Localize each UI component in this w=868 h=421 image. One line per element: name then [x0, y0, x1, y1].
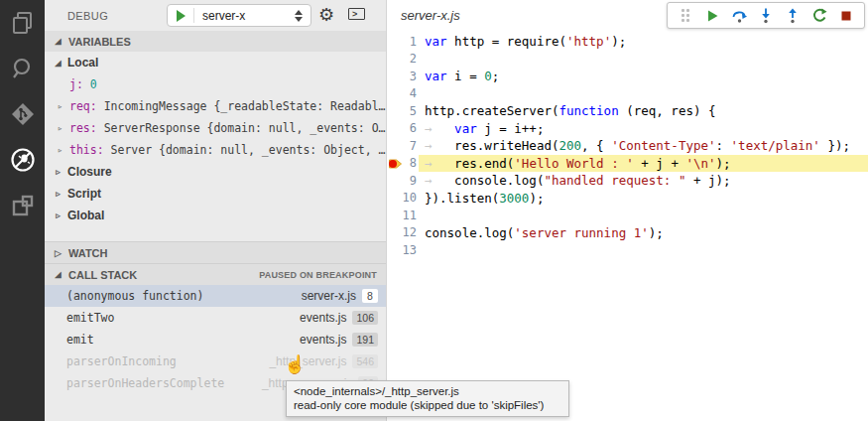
step-into-button[interactable] — [757, 7, 775, 25]
line-number: 5 — [387, 104, 417, 118]
line-number: 4 — [387, 86, 417, 100]
variables-section-header[interactable]: ◢ VARIABLES — [45, 31, 386, 52]
gutter[interactable]: 6 — [387, 120, 419, 138]
code-line[interactable]: 11 — [387, 207, 868, 224]
code-line[interactable]: 10}).listen(3000); — [387, 190, 868, 208]
code-line[interactable]: 1var http = require('http'); — [387, 33, 868, 51]
toolbar-drag-handle[interactable] — [677, 7, 694, 25]
chevron-collapsed-icon: ▹ — [54, 210, 62, 220]
chevron-collapsed-icon: ▷ — [54, 248, 62, 258]
code-text[interactable] — [419, 85, 868, 103]
line-number: 11 — [387, 209, 417, 222]
gutter[interactable]: 11 — [387, 207, 419, 224]
code-text[interactable]: http.createServer(function (req, res) { — [419, 102, 868, 120]
code-text[interactable]: → res.end('Hello World : ' + j + '\n'); — [419, 155, 868, 173]
search-icon[interactable] — [0, 46, 45, 91]
breakpoint-paused-icon[interactable] — [388, 158, 403, 170]
line-number: 3 — [387, 70, 417, 83]
code-line[interactable]: 5http.createServer(function (req, res) { — [387, 102, 868, 120]
line-number: 10 — [387, 191, 417, 205]
restart-button[interactable] — [810, 7, 828, 25]
debug-toolbar — [667, 2, 865, 29]
scope-row-closure[interactable]: ▹Closure — [45, 161, 386, 183]
chevron-collapsed-icon: ▹ — [56, 101, 64, 111]
code-text[interactable]: var i = 0; — [419, 68, 868, 85]
callstack-frame[interactable]: emitevents.js191 — [45, 329, 386, 351]
gutter[interactable]: 9 — [387, 172, 419, 190]
gutter[interactable]: 7 — [387, 137, 419, 155]
stop-button[interactable] — [837, 7, 855, 25]
callstack-header-label: CALL STACK — [68, 269, 137, 281]
gutter[interactable]: 1 — [387, 33, 419, 51]
sidebar-title: DEBUG — [67, 10, 108, 22]
launch-config-name: server-x — [202, 9, 295, 23]
code-text[interactable] — [419, 51, 868, 69]
gutter[interactable]: 10 — [387, 190, 419, 208]
gutter[interactable]: 5 — [387, 102, 419, 120]
line-number: 1 — [387, 35, 417, 49]
configure-gear-icon[interactable]: ⚙ — [318, 3, 334, 27]
start-debug-icon[interactable] — [177, 10, 186, 22]
source-control-icon[interactable] — [0, 91, 45, 137]
skipfiles-tooltip: <node_internals>/_http_server.js read-on… — [286, 380, 569, 417]
code-text[interactable]: var http = require('http'); — [419, 33, 868, 51]
code-text[interactable]: console.log('server running 1'); — [419, 224, 868, 242]
scope-row-global[interactable]: ▹Global — [45, 205, 386, 226]
chevron-expanded-icon: ◢ — [54, 270, 62, 279]
chevron-expanded-icon: ◢ — [54, 37, 62, 46]
callstack-frame[interactable]: (anonymous function)server-x.js8 — [45, 285, 386, 307]
spacer — [45, 226, 386, 241]
callstack-section-header[interactable]: ◢ CALL STACK PAUSED ON BREAKPOINT — [45, 263, 386, 285]
variable-row[interactable]: ▹this: Server {domain: null, _events: Ob… — [45, 139, 386, 161]
gutter[interactable]: 12 — [387, 224, 419, 242]
code-area[interactable]: 1var http = require('http');23var i = 0;… — [387, 33, 868, 259]
variable-row[interactable]: ▹res: ServerResponse {domain: null, _eve… — [45, 117, 386, 139]
gutter[interactable]: 3 — [387, 68, 419, 85]
debug-icon[interactable] — [0, 137, 45, 183]
line-number: 6 — [387, 121, 417, 135]
step-over-button[interactable] — [730, 7, 748, 25]
continue-button[interactable] — [703, 7, 721, 25]
code-text[interactable] — [419, 241, 868, 259]
callstack-frame[interactable]: parserOnIncoming_http_server.js546 — [45, 351, 386, 372]
gutter[interactable]: 13 — [387, 241, 419, 259]
code-text[interactable] — [419, 207, 868, 224]
code-line[interactable]: 4 — [387, 85, 868, 103]
code-text[interactable]: → res.writeHead(200, { 'Content-Type': '… — [419, 137, 868, 155]
chevron-collapsed-icon: ▹ — [54, 189, 62, 199]
code-text[interactable]: → var j = i++; — [419, 120, 868, 138]
code-line[interactable]: 3var i = 0; — [387, 68, 868, 85]
sidebar-header: DEBUG server-x ⚙ > — [45, 0, 386, 31]
watch-header-label: WATCH — [68, 247, 108, 259]
code-line[interactable]: 6→ var j = i++; — [387, 120, 868, 138]
extensions-icon[interactable] — [0, 183, 45, 228]
code-line[interactable]: 7→ res.writeHead(200, { 'Content-Type': … — [387, 137, 868, 155]
code-line[interactable]: 2 — [387, 51, 868, 69]
variables-header-label: VARIABLES — [68, 36, 131, 48]
code-line[interactable]: 12console.log('server running 1'); — [387, 224, 868, 242]
scope-row-script[interactable]: ▹Script — [45, 183, 386, 205]
launch-config-dropdown[interactable]: server-x — [167, 4, 311, 27]
gutter[interactable]: 4 — [387, 85, 419, 103]
line-number: 7 — [387, 139, 417, 153]
callstack-frame[interactable]: emitTwoevents.js106 — [45, 307, 386, 329]
code-line[interactable]: 13 — [387, 241, 868, 259]
watch-section-header[interactable]: ▷ WATCH — [45, 241, 386, 263]
scope-row-local[interactable]: ◢Local — [45, 52, 386, 73]
code-line[interactable]: 9→ console.log("handled request: " + j); — [387, 172, 868, 190]
code-text[interactable]: }).listen(3000); — [419, 190, 868, 208]
editor-pane[interactable]: server-x.js 1var http = require('http');… — [387, 0, 868, 421]
step-out-button[interactable] — [784, 7, 802, 25]
chevron-collapsed-icon: ▹ — [54, 167, 62, 177]
variable-row[interactable]: ▹req: IncomingMessage {_readableState: R… — [45, 95, 386, 117]
gutter[interactable]: 8 — [387, 155, 419, 173]
gutter[interactable]: 2 — [387, 51, 419, 69]
chevron-expanded-icon: ◢ — [54, 59, 62, 68]
debug-sidebar: DEBUG server-x ⚙ > ◢ VARIABLES ◢Localj: … — [45, 0, 387, 421]
code-line[interactable]: 8→ res.end('Hello World : ' + j + '\n'); — [387, 155, 868, 173]
explorer-icon[interactable] — [0, 0, 45, 46]
debug-console-icon[interactable]: > — [348, 8, 365, 20]
dropdown-spinner-icon[interactable] — [295, 10, 303, 22]
variable-row[interactable]: j: 0 — [45, 73, 386, 95]
code-text[interactable]: → console.log("handled request: " + j); — [419, 172, 868, 190]
